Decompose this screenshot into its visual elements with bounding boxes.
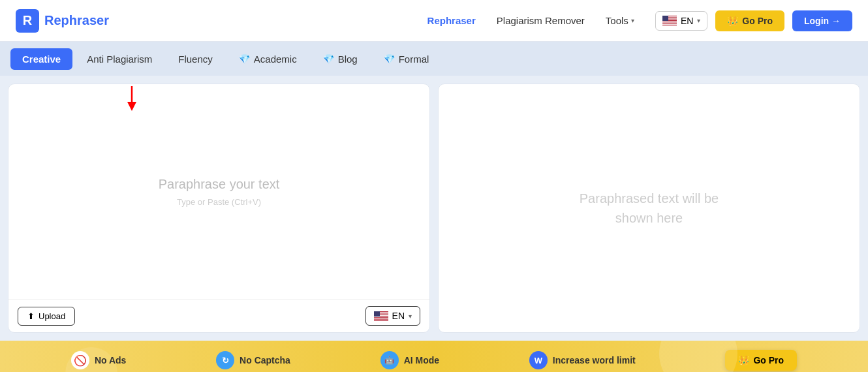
crown-icon: 👑	[727, 16, 738, 26]
nav-plagiarism-remover[interactable]: Plagiarism Remover	[497, 15, 585, 26]
tab-academic[interactable]: 💎 Academic	[227, 48, 309, 70]
nav-tools[interactable]: Tools ▾	[606, 15, 634, 26]
diamond-icon-blog: 💎	[323, 54, 334, 64]
ai-mode-icon: 🤖	[380, 351, 399, 369]
input-panel-inner[interactable]: Paraphrase your text Type or Paste (Ctrl…	[8, 84, 429, 299]
tab-anti-plagiarism[interactable]: Anti Plagiarism	[75, 48, 164, 70]
svg-rect-4	[662, 21, 677, 22]
footer-no-ads: 🚫 No Ads	[71, 351, 126, 369]
tab-fluency[interactable]: Fluency	[166, 48, 225, 70]
tab-blog[interactable]: 💎 Blog	[311, 48, 369, 70]
svg-rect-5	[662, 22, 677, 23]
lang-chevron-icon: ▾	[697, 17, 700, 24]
logo-icon: R	[16, 9, 39, 33]
header-actions: EN ▾ 👑 Go Pro Login →	[655, 10, 852, 31]
svg-rect-6	[662, 24, 677, 25]
word-limit-icon: W	[529, 351, 548, 369]
tools-chevron-icon: ▾	[631, 17, 634, 24]
us-flag-icon	[662, 16, 677, 25]
arrow-indicator	[124, 86, 140, 115]
svg-rect-7	[662, 16, 668, 21]
input-panel: Paraphrase your text Type or Paste (Ctrl…	[8, 84, 430, 333]
lang-label: EN	[681, 16, 693, 26]
footer-crown-icon: 👑	[738, 355, 749, 365]
tab-creative[interactable]: Creative	[10, 48, 72, 70]
no-captcha-icon: ↻	[216, 351, 234, 369]
header: R Rephraser Rephraser Plagiarism Remover…	[0, 0, 868, 42]
logo-text: Rephraser	[44, 13, 109, 28]
footer-go-pro-button[interactable]: 👑 Go Pro	[725, 350, 797, 371]
logo[interactable]: R Rephraser	[16, 9, 109, 33]
diamond-icon-formal: 💎	[384, 54, 395, 64]
nav-rephraser[interactable]: Rephraser	[427, 15, 476, 26]
diamond-icon-academic: 💎	[239, 54, 250, 64]
login-button[interactable]: Login →	[792, 10, 852, 31]
go-pro-button[interactable]: 👑 Go Pro	[715, 10, 784, 31]
footer-ai-mode: 🤖 AI Mode	[380, 351, 439, 369]
svg-marker-9	[127, 102, 136, 111]
language-selector[interactable]: EN ▾	[655, 11, 707, 31]
nav-links: Rephraser Plagiarism Remover Tools ▾	[427, 15, 634, 26]
output-panel: Paraphrased text will be shown here	[438, 84, 860, 333]
output-placeholder: Paraphrased text will be shown here	[580, 189, 719, 228]
footer-no-captcha: ↻ No Captcha	[216, 351, 290, 369]
footer-word-limit: W Increase word limit	[529, 351, 636, 369]
tab-formal[interactable]: 💎 Formal	[372, 48, 441, 70]
tabs-bar: Creative Anti Plagiarism Fluency 💎 Acade…	[0, 42, 868, 76]
footer-bar: 🚫 No Ads ↻ No Captcha 🤖 AI Mode W Increa…	[0, 341, 868, 372]
no-ads-icon: 🚫	[71, 351, 89, 369]
